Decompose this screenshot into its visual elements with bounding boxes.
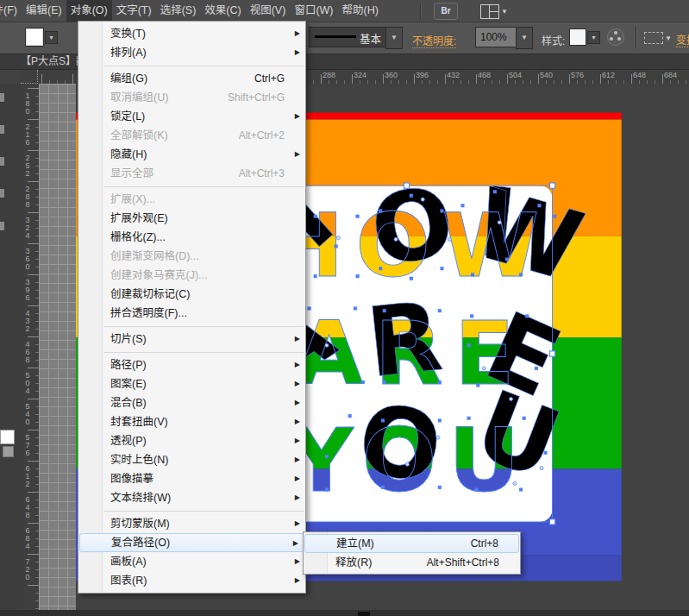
anchor-point[interactable]: [438, 486, 442, 489]
anchor-point[interactable]: [410, 277, 413, 280]
bridge-button[interactable]: Br: [434, 3, 458, 20]
anchor-point[interactable]: [335, 244, 338, 248]
object-menu-item-23[interactable]: 封套扭曲(V)▶: [78, 412, 305, 431]
menubar-item-5[interactable]: 效果(C): [200, 0, 245, 22]
knockout-text-row-0[interactable]: HOW: [270, 194, 551, 297]
anchor-point[interactable]: [544, 451, 548, 455]
compound-path-submenu-item-1[interactable]: 释放(R)Alt+Shift+Ctrl+8: [304, 553, 520, 572]
object-menu-item-18[interactable]: 切片(S)▶: [78, 330, 305, 349]
knockout-text-row-2[interactable]: YOU: [289, 409, 532, 512]
anchor-point[interactable]: [535, 367, 538, 370]
selection-handle[interactable]: [404, 183, 409, 188]
anchor-point[interactable]: [381, 486, 385, 489]
anchor-point[interactable]: [537, 204, 541, 207]
object-menu-item-25[interactable]: 实时上色(N)▶: [78, 450, 305, 469]
anchor-point[interactable]: [356, 274, 360, 278]
anchor-point[interactable]: [325, 455, 329, 458]
anchor-point[interactable]: [470, 314, 473, 317]
anchor-point[interactable]: [438, 418, 442, 422]
object-menu-item-11[interactable]: 扩展外观(E): [78, 209, 305, 228]
fill-color-swatch[interactable]: [26, 28, 43, 46]
object-menu-item-22[interactable]: 混合(B)▶: [78, 393, 305, 412]
anchor-point[interactable]: [460, 204, 464, 207]
anchor-point[interactable]: [467, 417, 471, 420]
graphic-style-caret-icon[interactable]: ▼: [587, 31, 600, 44]
anchor-point[interactable]: [493, 190, 497, 193]
anchor-point[interactable]: [553, 215, 556, 218]
anchor-point-round[interactable]: [510, 397, 513, 400]
anchor-point-round[interactable]: [540, 467, 543, 470]
object-menu-item-29[interactable]: 剪切蒙版(M)▶: [78, 514, 305, 533]
transform-link[interactable]: 变换: [676, 32, 689, 47]
object-menu-item-15[interactable]: 创建裁切标记(C): [78, 285, 305, 304]
anchor-point[interactable]: [474, 487, 478, 491]
object-menu-item-1[interactable]: 排列(A)▶: [78, 43, 305, 62]
anchor-point[interactable]: [325, 487, 329, 491]
stroke-style-caret-icon[interactable]: ▼: [385, 27, 403, 49]
isolate-selection-caret-icon[interactable]: ▼: [665, 35, 672, 42]
anchor-point[interactable]: [410, 194, 413, 198]
selection-handle[interactable]: [549, 183, 554, 188]
anchor-point-round[interactable]: [325, 343, 329, 347]
anchor-point[interactable]: [307, 306, 310, 310]
fill-color-caret-icon[interactable]: ▼: [45, 31, 58, 44]
object-menu-item-21[interactable]: 图案(E)▶: [78, 374, 305, 393]
anchor-point[interactable]: [314, 215, 317, 218]
tools-stroke-swatch[interactable]: [3, 446, 14, 457]
document-tab-title[interactable]: 【P大点S】翻: [21, 54, 86, 69]
menubar-item-3[interactable]: 文字(T): [112, 0, 156, 22]
recolor-artwork-icon[interactable]: [607, 28, 624, 46]
anchor-point-round[interactable]: [336, 236, 340, 240]
menubar-item-7[interactable]: 窗口(W): [290, 0, 337, 22]
anchor-point[interactable]: [440, 267, 443, 270]
selection-handle[interactable]: [549, 519, 554, 525]
anchor-point[interactable]: [519, 273, 523, 276]
anchor-point-round[interactable]: [436, 436, 440, 439]
anchor-point[interactable]: [361, 380, 365, 384]
anchor-point[interactable]: [381, 418, 385, 422]
anchor-point-round[interactable]: [448, 237, 451, 241]
anchor-point[interactable]: [383, 309, 386, 312]
anchor-point[interactable]: [348, 414, 352, 418]
knockout-text-row-1[interactable]: ARE: [295, 302, 526, 405]
object-menu-item-0[interactable]: 变换(T)▶: [78, 24, 305, 43]
anchor-point[interactable]: [467, 343, 471, 347]
object-menu-item-32[interactable]: 图表(R)▶: [78, 571, 305, 590]
graphic-style-swatch[interactable]: [569, 28, 586, 46]
object-menu-item-12[interactable]: 栅格化(Z)...: [78, 228, 305, 247]
anchor-point[interactable]: [383, 380, 386, 384]
anchor-point-round[interactable]: [405, 462, 409, 466]
menubar-item-4[interactable]: 选择(S): [156, 0, 201, 22]
menubar-item-8[interactable]: 帮助(H): [338, 0, 383, 22]
stroke-style-dropdown[interactable]: 基本: [309, 27, 386, 47]
object-menu-item-27[interactable]: 文本绕排(W)▶: [78, 488, 305, 507]
menubar-item-0[interactable]: 文件(F): [0, 0, 22, 22]
anchor-point-round[interactable]: [394, 237, 398, 241]
anchor-point[interactable]: [379, 209, 382, 212]
menubar-item-6[interactable]: 视图(V): [246, 0, 291, 22]
selection-handle[interactable]: [549, 351, 554, 356]
object-menu-item-7[interactable]: 隐藏(H)▶: [78, 145, 305, 164]
anchor-point[interactable]: [523, 417, 526, 420]
anchor-point[interactable]: [519, 487, 523, 491]
object-menu-item-24[interactable]: 透视(P)▶: [78, 431, 305, 450]
anchor-point[interactable]: [314, 274, 317, 278]
scrollbar-fragment[interactable]: [358, 612, 370, 616]
anchor-point[interactable]: [379, 267, 382, 270]
anchor-point[interactable]: [505, 258, 509, 261]
anchor-point-round[interactable]: [513, 481, 517, 485]
anchor-point[interactable]: [356, 215, 360, 218]
anchor-point[interactable]: [438, 309, 442, 312]
object-menu-item-26[interactable]: 图像描摹▶: [78, 469, 305, 488]
object-menu-item-20[interactable]: 路径(P)▶: [78, 355, 305, 374]
anchor-point[interactable]: [471, 273, 474, 276]
menubar-item-2[interactable]: 对象(O): [66, 0, 112, 22]
object-menu-item-5[interactable]: 锁定(L)▶: [78, 107, 305, 126]
anchor-point[interactable]: [525, 314, 529, 317]
menubar-item-1[interactable]: 编辑(E): [22, 0, 66, 22]
isolate-selection-icon[interactable]: [644, 32, 663, 44]
opacity-caret-icon[interactable]: ▼: [516, 27, 533, 49]
opacity-value-field[interactable]: 100%: [475, 27, 520, 47]
anchor-point[interactable]: [476, 383, 479, 387]
anchor-point-round[interactable]: [421, 198, 424, 201]
